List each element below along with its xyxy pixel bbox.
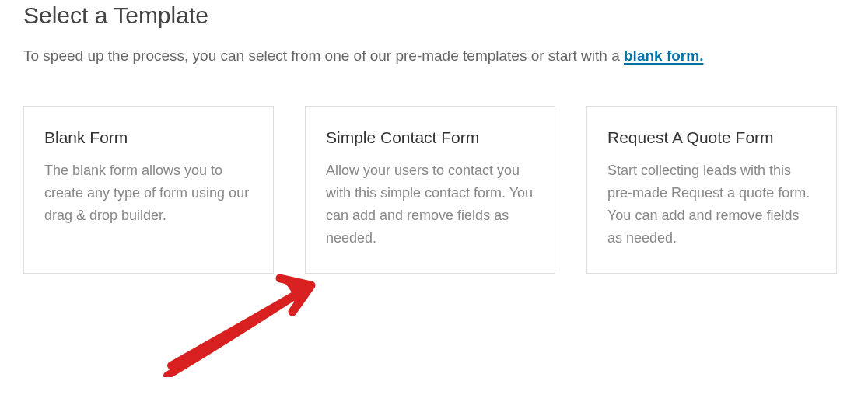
blank-form-link[interactable]: blank form. xyxy=(624,47,703,64)
card-title: Simple Contact Form xyxy=(326,128,534,147)
card-title: Request A Quote Form xyxy=(607,128,816,147)
template-card-simple-contact-form[interactable]: Simple Contact Form Allow your users to … xyxy=(305,106,555,273)
intro-text: To speed up the process, you can select … xyxy=(23,44,845,67)
template-card-blank-form[interactable]: Blank Form The blank form allows you to … xyxy=(23,106,274,273)
card-description: The blank form allows you to create any … xyxy=(44,159,253,226)
template-card-request-quote-form[interactable]: Request A Quote Form Start collecting le… xyxy=(586,106,837,273)
page-title: Select a Template xyxy=(23,2,845,29)
intro-text-prefix: To speed up the process, you can select … xyxy=(23,47,624,64)
card-description: Allow your users to contact you with thi… xyxy=(326,159,534,249)
template-cards: Blank Form The blank form allows you to … xyxy=(23,106,845,273)
card-title: Blank Form xyxy=(44,128,253,147)
card-description: Start collecting leads with this pre-mad… xyxy=(607,159,816,249)
